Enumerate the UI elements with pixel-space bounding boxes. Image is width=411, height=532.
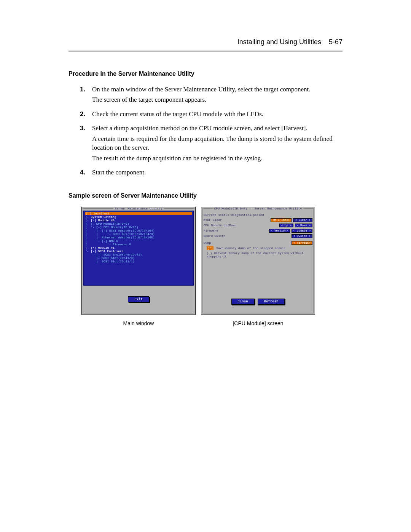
- section-title-sample: Sample screen of Server Maintenance Util…: [68, 192, 342, 199]
- tree-item[interactable]: | |- [-] SCSI Adapter(ID:0/10/104): [85, 229, 192, 232]
- down-button[interactable]: < Down >: [295, 224, 312, 227]
- step-1: 1. On the main window of the Server Main…: [80, 85, 342, 106]
- mtbfinfo-button[interactable]: <MTBFInfo>: [271, 218, 292, 222]
- step-3: 3. Select a dump acquisition method on t…: [80, 124, 342, 164]
- tree-item[interactable]: `- [-] SCSI Enclosure(ID:41): [85, 253, 192, 256]
- page-header: Installing and Using Utilities 5-67: [68, 38, 342, 51]
- switch-button[interactable]: < Switch >: [292, 234, 312, 238]
- cpu-module-caption: [CPU Module] screen: [233, 320, 283, 326]
- radio-option[interactable]: ( ) Harvest memory dump of the current s…: [207, 251, 303, 258]
- cpu-module-title: CPU Module(ID:0/0) -- Server Maintenance…: [213, 207, 303, 210]
- step-number: 4.: [80, 168, 92, 177]
- step-4: 4. Start the component.: [80, 168, 342, 178]
- step-2: 2. Check the current status of the targe…: [80, 110, 342, 120]
- row-label: Board Switch: [204, 234, 226, 238]
- radio-label: Harvest memory dump of the current syste…: [207, 251, 303, 258]
- tree-item[interactable]: |- SCSI Slot(ID:41/1): [85, 260, 192, 263]
- tree-item[interactable]: | | `- SCSI Bus(ID:0/10/104/0): [85, 232, 192, 236]
- main-window-terminal: Server Maintenance Utility [ ] localhost…: [81, 207, 196, 315]
- tree-item[interactable]: | `- [-] PCI Module(ID:0/10): [85, 225, 192, 229]
- step-text: Select a dump acquisition method on the …: [92, 124, 342, 133]
- main-window-caption: Main window: [123, 320, 154, 326]
- step-text: Start the component.: [92, 168, 342, 177]
- tree-item[interactable]: | |- CPU Module(ID:0/0): [85, 222, 192, 225]
- radio-unselected-icon: ( ): [207, 251, 212, 255]
- tree-item[interactable]: | `- Firmware 0: [85, 243, 192, 246]
- steps-list: 1. On the main window of the Server Main…: [80, 85, 342, 179]
- page-number: 5-67: [329, 38, 342, 46]
- radio-option[interactable]: (*) Save memory dump of the stopped modu…: [207, 246, 286, 250]
- step-text: A certain time is required for the dump …: [92, 134, 342, 152]
- harvest-button[interactable]: < Harvest>: [292, 241, 312, 245]
- header-title: Installing and Using Utilities: [237, 38, 321, 46]
- row-label: Firmware: [204, 229, 218, 232]
- exit-button[interactable]: Exit: [128, 296, 149, 302]
- row-label: MTBF Clear: [204, 218, 222, 222]
- tree-panel[interactable]: [ ] localhost |- System Setting |- [-] M…: [84, 211, 193, 285]
- row-label: Dump: [204, 241, 211, 244]
- main-window-title: Server Maintenance Utility: [113, 207, 164, 210]
- version-button[interactable]: < Version>: [269, 229, 290, 233]
- section-title-procedure: Procedure in the Server Maintenance Util…: [68, 70, 342, 77]
- tree-item[interactable]: |- [+] Module #1: [85, 246, 192, 249]
- close-button[interactable]: Close: [231, 299, 255, 305]
- tree-item[interactable]: |- SCSI Slot(ID:41/0): [85, 256, 192, 260]
- radio-label: Save memory dump of the stopped module: [216, 246, 285, 250]
- step-number: 2.: [80, 110, 92, 118]
- figures-row: Server Maintenance Utility [ ] localhost…: [81, 207, 342, 326]
- header-rule: [68, 51, 342, 51]
- refresh-button[interactable]: Refresh: [258, 299, 285, 305]
- step-number: 3.: [80, 124, 92, 133]
- step-text: The screen of the target component appea…: [92, 95, 342, 104]
- tree-item[interactable]: | `- [-] BMC 0: [85, 239, 192, 243]
- row-label: CPU Module Up/Down: [204, 224, 236, 227]
- tree-item-selected[interactable]: [ ] localhost: [85, 212, 192, 215]
- main-window-figure: Server Maintenance Utility [ ] localhost…: [81, 207, 196, 326]
- step-number: 1.: [80, 85, 92, 94]
- update-button[interactable]: < Update >: [292, 229, 312, 233]
- cpu-module-figure: CPU Module(ID:0/0) -- Server Maintenance…: [201, 207, 315, 326]
- tree-item[interactable]: | |- Ethernet Adapter(ID:0/10/105): [85, 236, 192, 239]
- tree-item[interactable]: |- System Setting: [85, 215, 192, 219]
- step-text: The result of the dump acquisition can b…: [92, 154, 342, 163]
- tree-item[interactable]: |- [-] Module #0: [85, 219, 192, 222]
- step-text: On the main window of the Server Mainten…: [92, 85, 342, 94]
- radio-selected-icon: (*): [207, 246, 213, 250]
- up-button[interactable]: < Up >: [279, 224, 293, 227]
- status-line: Current status:diagnostics-passed: [204, 213, 264, 217]
- step-text: Check the current status of the target C…: [92, 110, 342, 118]
- cpu-module-terminal: CPU Module(ID:0/0) -- Server Maintenance…: [201, 207, 315, 315]
- tree-item[interactable]: `- [-] SCSI Enclosure: [85, 249, 192, 253]
- clear-button[interactable]: < Clear >: [293, 218, 312, 222]
